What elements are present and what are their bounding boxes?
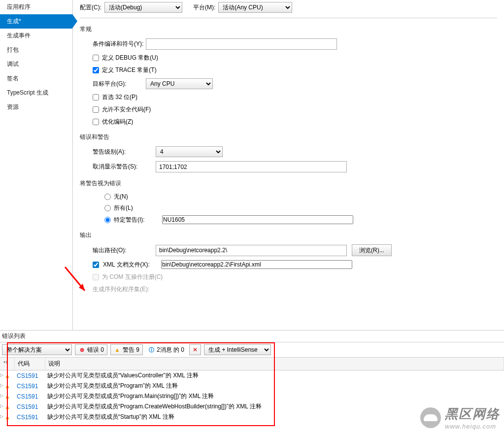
- treat-specific-label: 特定警告(I):: [114, 216, 159, 224]
- desc-cell: 缺少对公共可见类型或成员“Program”的 XML 注释: [45, 382, 504, 390]
- com-interop-label: 为 COM 互操作注册(C): [102, 273, 163, 281]
- define-debug-label: 定义 DEBUG 常数(U): [102, 54, 158, 62]
- col-code[interactable]: 代码: [15, 358, 45, 370]
- build-settings-panel: 配置(C): 活动(Debug) 平台(M): 活动(Any CPU) 常规 条…: [73, 0, 504, 330]
- code-link[interactable]: CS1591: [15, 372, 45, 379]
- sidebar-item-build[interactable]: 生成*: [0, 14, 72, 29]
- prefer32-checkbox[interactable]: [93, 94, 99, 100]
- desc-cell: 缺少对公共可见类型或成员“Program.Main(string[])”的 XM…: [45, 392, 504, 400]
- table-row[interactable]: ▷▲CS1591缺少对公共可见类型或成员“Program.Main(string…: [0, 391, 504, 401]
- desc-cell: 缺少对公共可见类型或成员“ValuesController”的 XML 注释: [45, 371, 504, 380]
- col-desc[interactable]: 说明: [45, 358, 504, 370]
- table-row[interactable]: ▷▲CS1591缺少对公共可见类型或成员“ValuesController”的 …: [0, 370, 504, 381]
- warning-icon: ▲: [114, 346, 121, 353]
- clear-filter-button[interactable]: ✕: [189, 344, 201, 355]
- define-trace-label: 定义 TRACE 常量(T): [102, 66, 157, 74]
- warning-icon: ▲: [4, 383, 10, 390]
- section-output: 输出: [80, 231, 497, 239]
- code-link[interactable]: CS1591: [15, 383, 45, 390]
- treat-all-radio[interactable]: [104, 205, 111, 211]
- error-list-title: 错误列表: [0, 331, 504, 342]
- expand-icon[interactable]: ▷: [0, 372, 3, 377]
- xml-doc-input[interactable]: [161, 260, 352, 269]
- source-select[interactable]: 生成 + IntelliSense: [204, 344, 271, 355]
- unsafe-label: 允许不安全代码(F): [102, 105, 151, 114]
- code-link[interactable]: CS1591: [15, 414, 45, 421]
- com-interop-checkbox: [93, 274, 99, 280]
- section-treat: 将警告视为错误: [80, 179, 497, 188]
- warn-level-label: 警告级别(A):: [93, 148, 156, 156]
- sidebar-item-app[interactable]: 应用程序: [0, 0, 72, 14]
- expand-icon[interactable]: ▷: [0, 414, 3, 419]
- sidebar-item-ts-build[interactable]: TypeScript 生成: [0, 86, 72, 100]
- code-link[interactable]: CS1591: [15, 403, 45, 410]
- optimize-label: 优化编码(Z): [102, 118, 133, 126]
- messages-filter[interactable]: ⓘ2消息 的 0: [146, 346, 186, 354]
- sidebar-item-resources[interactable]: 资源: [0, 100, 72, 114]
- watermark: 黑区网络 www.heiqu.com: [420, 405, 500, 430]
- xml-doc-checkbox[interactable]: [93, 262, 99, 268]
- watermark-main: 黑区网络: [445, 405, 500, 423]
- warnings-filter-button[interactable]: ▲警告 9: [110, 344, 143, 355]
- xml-doc-label: XML 文档文件(X):: [103, 261, 157, 269]
- config-select[interactable]: 活动(Debug): [104, 2, 182, 13]
- info-icon: ⓘ: [148, 346, 155, 353]
- error-table-header: ⁺¹ 代码 说明: [0, 357, 504, 370]
- suppress-warn-label: 取消显示警告(S):: [93, 163, 156, 171]
- code-link[interactable]: CS1591: [15, 393, 45, 400]
- watermark-icon: [420, 407, 441, 428]
- cond-compile-input[interactable]: [146, 38, 337, 50]
- treat-specific-radio[interactable]: [104, 217, 111, 223]
- expand-icon[interactable]: ▷: [0, 403, 3, 408]
- section-errwarn: 错误和警告: [80, 133, 497, 141]
- warning-icon: ▲: [4, 372, 10, 379]
- output-path-label: 输出路径(O):: [93, 246, 156, 255]
- warning-icon: ▲: [4, 393, 10, 400]
- treat-specific-input[interactable]: [162, 215, 353, 224]
- treat-all-label: 所有(L): [114, 204, 133, 212]
- section-general: 常规: [80, 25, 497, 33]
- output-path-input[interactable]: [156, 245, 347, 256]
- errors-filter-button[interactable]: ⊗错误 0: [75, 344, 107, 355]
- warning-icon: ▲: [4, 414, 10, 421]
- sidebar-item-debug[interactable]: 调试: [0, 57, 72, 71]
- config-label: 配置(C):: [80, 3, 101, 12]
- col-icon[interactable]: ⁺¹: [0, 358, 15, 370]
- serial-asm-label: 生成序列化程序集(E):: [93, 285, 156, 294]
- unsafe-checkbox[interactable]: [93, 106, 99, 113]
- browse-button[interactable]: 浏览(R)...: [352, 244, 392, 256]
- expand-icon[interactable]: ▷: [0, 383, 3, 388]
- error-icon: ⊗: [78, 346, 85, 353]
- table-row[interactable]: ▷▲CS1591缺少对公共可见类型或成员“Program”的 XML 注释: [0, 381, 504, 391]
- sidebar-item-package[interactable]: 打包: [0, 43, 72, 57]
- optimize-checkbox[interactable]: [93, 119, 99, 125]
- warning-icon: ▲: [4, 403, 10, 410]
- target-platform-label: 目标平台(G):: [93, 80, 146, 88]
- expand-icon[interactable]: ▷: [0, 393, 3, 398]
- filter-x-icon: ✕: [193, 346, 198, 353]
- prefer32-label: 首选 32 位(P): [102, 93, 137, 101]
- sidebar-item-build-events[interactable]: 生成事件: [0, 29, 72, 43]
- sidebar-item-signing[interactable]: 签名: [0, 71, 72, 86]
- target-platform-select[interactable]: Any CPU: [146, 78, 213, 89]
- platform-select[interactable]: 活动(Any CPU): [218, 2, 292, 13]
- treat-none-radio[interactable]: [104, 194, 111, 200]
- warn-level-select[interactable]: 4: [156, 146, 223, 157]
- define-trace-checkbox[interactable]: [93, 67, 99, 73]
- treat-none-label: 无(N): [114, 193, 128, 201]
- platform-label: 平台(M):: [193, 3, 215, 12]
- define-debug-checkbox[interactable]: [93, 55, 99, 61]
- watermark-sub: www.heiqu.com: [445, 423, 500, 430]
- suppress-warn-input[interactable]: [156, 161, 347, 172]
- sidebar: 应用程序 生成* 生成事件 打包 调试 签名 TypeScript 生成 资源: [0, 0, 73, 330]
- cond-compile-label: 条件编译和符号(Y):: [93, 40, 146, 48]
- scope-select[interactable]: 整个解决方案: [2, 344, 72, 355]
